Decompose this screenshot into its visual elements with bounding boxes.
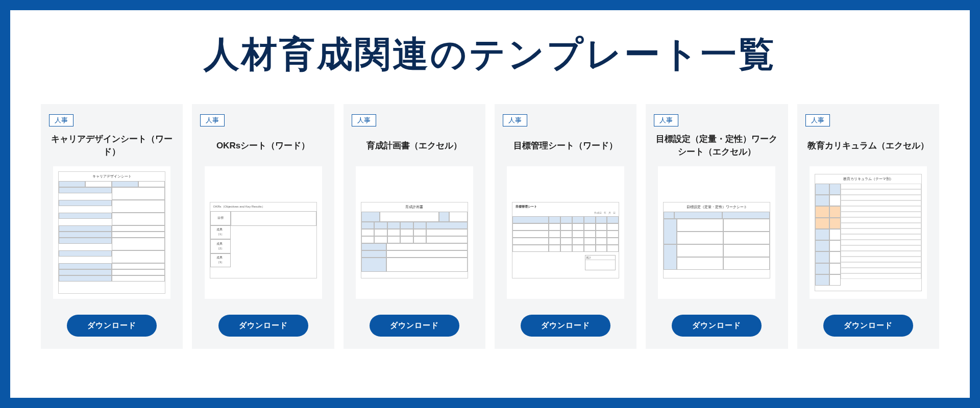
download-button[interactable]: ダウンロード xyxy=(67,315,157,337)
category-tag: 人事 xyxy=(654,114,678,126)
category-tag: 人事 xyxy=(200,114,225,126)
template-card: 人事 目標管理シート（ワード） 目標管理シート 作成日年月日 xyxy=(495,104,636,349)
category-tag: 人事 xyxy=(49,114,74,126)
template-card-grid: 人事 キャリアデザインシート（ワード） キャリアデザインシート xyxy=(41,104,939,349)
template-thumbnail: 目標設定（定量・定性）ワークシート xyxy=(658,166,775,299)
template-thumbnail: 育成計画書 xyxy=(356,166,473,299)
template-thumbnail: 目標管理シート 作成日年月日 累計 xyxy=(507,166,624,299)
category-tag: 人事 xyxy=(503,114,527,126)
template-card: 人事 OKRsシート（ワード） OKRs（Objectives and Key … xyxy=(192,104,334,349)
template-thumbnail: 教育カリキュラム（テーマ別） xyxy=(810,166,927,299)
download-button[interactable]: ダウンロード xyxy=(370,315,459,337)
page-title: 人材育成関連のテンプレート一覧 xyxy=(204,31,776,79)
template-card: 人事 目標設定（定量・定性）ワークシート（エクセル） 目標設定（定量・定性）ワー… xyxy=(646,104,788,349)
template-title: 教育カリキュラム（エクセル） xyxy=(807,133,929,159)
template-title: 目標設定（定量・定性）ワークシート（エクセル） xyxy=(654,133,779,159)
template-card: 人事 キャリアデザインシート（ワード） キャリアデザインシート xyxy=(41,104,183,349)
template-thumbnail: OKRs（Objectives and Key Results） 目標 成果（1… xyxy=(205,166,322,299)
template-title: 育成計画書（エクセル） xyxy=(366,133,462,159)
page-frame: 人材育成関連のテンプレート一覧 人事 キャリアデザインシート（ワード） キャリア… xyxy=(0,0,980,408)
download-button[interactable]: ダウンロード xyxy=(521,315,610,337)
template-title: OKRsシート（ワード） xyxy=(216,133,310,159)
template-title: 目標管理シート（ワード） xyxy=(513,133,618,159)
category-tag: 人事 xyxy=(805,114,830,126)
template-thumbnail: キャリアデザインシート xyxy=(53,166,170,299)
download-button[interactable]: ダウンロード xyxy=(218,315,308,337)
template-card: 人事 育成計画書（エクセル） 育成計画書 ダウンロード xyxy=(344,104,485,349)
download-button[interactable]: ダウンロード xyxy=(823,315,913,337)
template-title: キャリアデザインシート（ワード） xyxy=(49,133,175,159)
category-tag: 人事 xyxy=(352,114,376,126)
template-card: 人事 教育カリキュラム（エクセル） 教育カリキュラム（テーマ別） xyxy=(797,104,939,349)
download-button[interactable]: ダウンロード xyxy=(672,315,762,337)
